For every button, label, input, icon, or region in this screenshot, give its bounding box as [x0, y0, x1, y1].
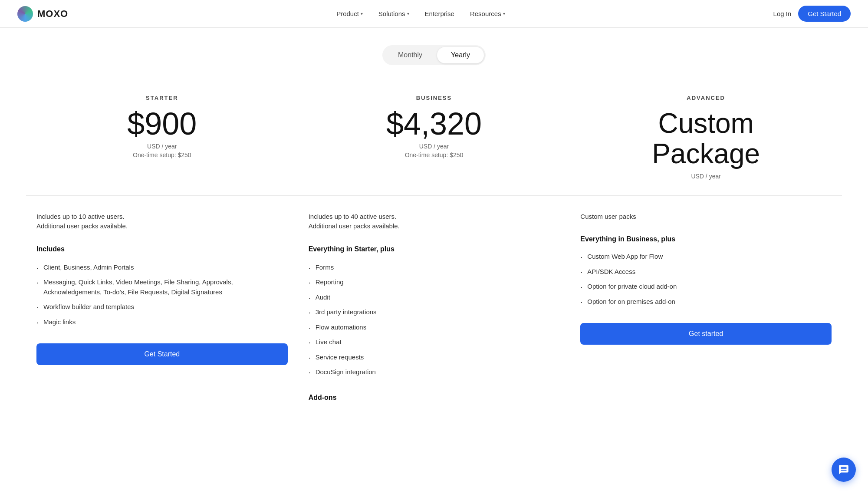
chevron-down-icon: ▾ — [361, 11, 363, 16]
list-item: Flow automations — [309, 320, 560, 335]
advanced-feature-list: Custom Web App for Flow API/SDK Access O… — [580, 249, 832, 309]
billing-toggle-container: Monthly Yearly — [26, 45, 842, 65]
starter-plan-name: STARTER — [35, 95, 289, 101]
advanced-plan-name: ADVANCED — [579, 95, 833, 101]
nav-product[interactable]: Product ▾ — [336, 10, 363, 17]
nav-actions: Log In Get Started — [773, 6, 851, 22]
advanced-plan-currency: USD / year — [579, 173, 833, 180]
login-button[interactable]: Log In — [773, 10, 792, 17]
list-item: API/SDK Access — [580, 264, 832, 280]
yearly-toggle-button[interactable]: Yearly — [437, 47, 484, 63]
list-item: DocuSign integration — [309, 365, 560, 380]
main-nav: MOXO Product ▾ Solutions ▾ Enterprise Re… — [0, 0, 868, 28]
advanced-plan-price: Custom Package — [579, 108, 833, 169]
starter-plan-header: STARTER $900 USD / year One-time setup: … — [26, 86, 298, 196]
starter-features: Includes up to 10 active users.Additiona… — [26, 196, 298, 422]
business-plan-setup: One-time setup: $250 — [307, 151, 562, 158]
business-plan-name: BUSINESS — [307, 95, 562, 101]
business-plan-header: BUSINESS $4,320 USD / year One-time setu… — [298, 86, 570, 196]
logo-text: MOXO — [37, 8, 68, 20]
business-feature-list: Forms Reporting Audit 3rd party integrat… — [309, 260, 560, 380]
list-item: 3rd party integrations — [309, 305, 560, 320]
chevron-down-icon: ▾ — [407, 11, 409, 16]
starter-plan-price: $900 — [35, 108, 289, 139]
nav-enterprise[interactable]: Enterprise — [425, 10, 454, 17]
business-plan-currency: USD / year — [307, 143, 562, 150]
advanced-plan-header: ADVANCED Custom Package USD / year — [570, 86, 842, 196]
list-item: Forms — [309, 260, 560, 275]
starter-plan-setup: One-time setup: $250 — [35, 151, 289, 158]
nav-solutions[interactable]: Solutions ▾ — [378, 10, 409, 17]
features-grid: Includes up to 10 active users.Additiona… — [26, 196, 842, 422]
chevron-down-icon: ▾ — [503, 11, 505, 16]
advanced-user-info: Custom user packs — [580, 212, 832, 222]
list-item: Audit — [309, 290, 560, 305]
list-item: Reporting — [309, 275, 560, 290]
advanced-cta-button[interactable]: Get started — [580, 323, 832, 345]
list-item: Client, Business, Admin Portals — [36, 260, 288, 275]
logo-icon — [17, 6, 33, 22]
business-addons-title: Add-ons — [309, 394, 560, 402]
nav-links: Product ▾ Solutions ▾ Enterprise Resourc… — [336, 10, 505, 17]
starter-user-info: Includes up to 10 active users.Additiona… — [36, 212, 288, 231]
list-item: Magic links — [36, 315, 288, 330]
list-item: Option for private cloud add-on — [580, 279, 832, 294]
list-item: Live chat — [309, 335, 560, 350]
list-item: Messaging, Quick Links, Video Meetings, … — [36, 275, 288, 300]
billing-toggle: Monthly Yearly — [382, 45, 486, 65]
list-item: Workflow builder and templates — [36, 300, 288, 315]
advanced-includes-title: Everything in Business, plus — [580, 235, 832, 243]
business-user-info: Includes up to 40 active users.Additiona… — [309, 212, 560, 231]
nav-resources[interactable]: Resources ▾ — [470, 10, 505, 17]
starter-feature-list: Client, Business, Admin Portals Messagin… — [36, 260, 288, 330]
list-item: Option for on premises add-on — [580, 294, 832, 310]
advanced-features: Custom user packs Everything in Business… — [570, 196, 842, 422]
monthly-toggle-button[interactable]: Monthly — [384, 47, 436, 63]
starter-cta-button[interactable]: Get Started — [36, 343, 288, 365]
business-plan-price: $4,320 — [307, 108, 562, 139]
list-item: Service requests — [309, 350, 560, 365]
logo[interactable]: MOXO — [17, 6, 68, 22]
list-item: Custom Web App for Flow — [580, 249, 832, 264]
pricing-headers: STARTER $900 USD / year One-time setup: … — [26, 86, 842, 196]
starter-plan-currency: USD / year — [35, 143, 289, 150]
starter-includes-title: Includes — [36, 245, 288, 253]
get-started-nav-button[interactable]: Get Started — [798, 6, 851, 22]
main-content: Monthly Yearly STARTER $900 USD / year O… — [0, 28, 868, 448]
business-includes-title: Everything in Starter, plus — [309, 245, 560, 253]
business-features: Includes up to 40 active users.Additiona… — [298, 196, 570, 422]
